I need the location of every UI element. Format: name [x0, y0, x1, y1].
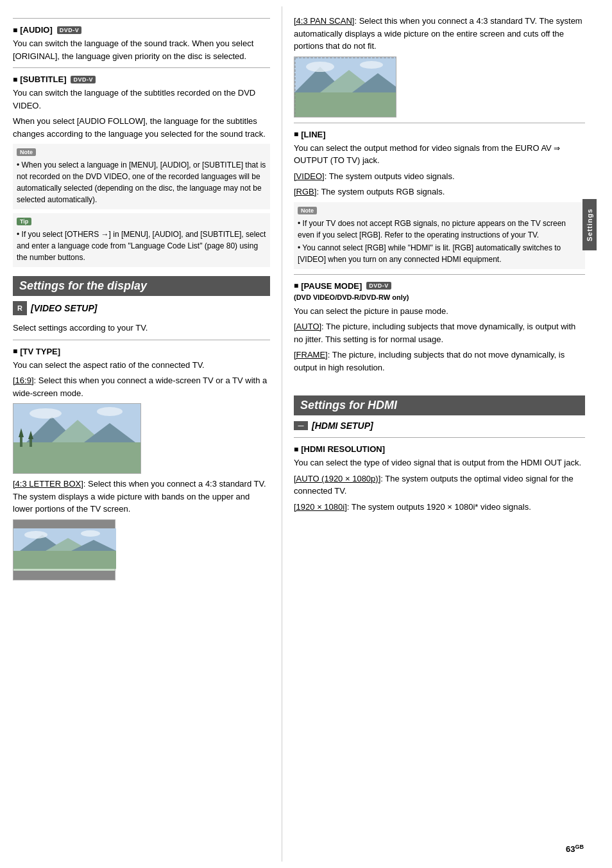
- subtitle-heading-text: [SUBTITLE]: [20, 74, 66, 84]
- line-option-video: [VIDEO]: The system outputs video signal…: [294, 170, 585, 183]
- video-setup-label: [VIDEO SETUP]: [31, 303, 97, 313]
- pause-mode-badge: DVD-V: [366, 282, 391, 290]
- svg-point-24: [306, 62, 334, 72]
- tv-type-para: You can select the aspect ratio of the c…: [13, 359, 270, 372]
- tv-type-text: [TV TYPE]: [20, 347, 60, 356]
- hdmi-setup-row: — [HDMI SETUP]: [294, 421, 585, 431]
- pause-mode-subhead: (DVD VIDEO/DVD-R/DVD-RW only): [294, 293, 585, 301]
- image-panscan: [294, 56, 396, 117]
- select-settings-para: Select settings according to your TV.: [13, 322, 270, 334]
- option-letterbox-link: [4:3 LETTER BOX]: [13, 479, 83, 489]
- hdmi-resolution-para: You can select the type of video signal …: [294, 456, 585, 469]
- hdmi-resolution-heading: [HDMI RESOLUTION]: [294, 444, 585, 454]
- pause-mode-para: You can select the picture in pause mode…: [294, 305, 585, 318]
- audio-heading: [AUDIO] DVD-V: [13, 25, 270, 35]
- line-option-rgb: [RGB]: The system outputs RGB signals.: [294, 186, 585, 198]
- settings-hdmi-title: Settings for HDMI: [294, 395, 585, 415]
- hdmi-setup-icon: —: [294, 421, 308, 430]
- subtitle-heading: [SUBTITLE] DVD-V: [13, 74, 270, 84]
- pan-scan-link: [4:3 PAN SCAN]: [294, 16, 354, 26]
- option-169-link: [16:9]: [13, 376, 34, 385]
- subtitle-para2: When you select [AUDIO FOLLOW], the lang…: [13, 115, 270, 140]
- line-para: You can select the output method for vid…: [294, 142, 585, 167]
- letterbox-band-top: [13, 520, 115, 529]
- hdmi-setup-label: [HDMI SETUP]: [312, 421, 373, 431]
- note-box: Note • When you select a language in [ME…: [13, 144, 270, 209]
- subtitle-badge: DVD-V: [71, 76, 96, 83]
- note-item-0: • When you select a language in [MENU], …: [17, 159, 266, 205]
- side-tab: Settings: [582, 199, 597, 250]
- image-letterbox: [13, 519, 115, 580]
- subtitle-para1: You can switch the language of the subti…: [13, 87, 270, 112]
- audio-heading-text: [AUDIO]: [20, 25, 53, 35]
- line-note-item-0: • If your TV does not accept RGB signals…: [298, 218, 581, 241]
- svg-point-25: [360, 61, 383, 69]
- svg-point-7: [97, 407, 123, 416]
- pause-mode-heading: [PAUSE MODE] DVD-V: [294, 281, 585, 291]
- image-169: [13, 403, 141, 474]
- line-heading: [LINE]: [294, 130, 585, 139]
- audio-para: You can switch the language of the sound…: [13, 37, 270, 62]
- svg-rect-13: [13, 551, 116, 569]
- line-note-label: Note: [298, 207, 317, 214]
- hdmi-resolution-text: [HDMI RESOLUTION]: [301, 444, 385, 454]
- pause-mode-text: [PAUSE MODE]: [301, 281, 362, 291]
- tip-label: Tip: [17, 218, 31, 225]
- audio-badge: DVD-V: [57, 26, 82, 34]
- pause-mode-auto: [AUTO]: The picture, including subjects …: [294, 320, 585, 345]
- video-setup-icon: R: [13, 301, 27, 315]
- letterbox-scene: [13, 528, 115, 571]
- svg-rect-1: [13, 442, 141, 474]
- hdmi-resolution-1080i: [1920 × 1080i]: The system outputs 1920 …: [294, 501, 585, 514]
- video-setup-row: R [VIDEO SETUP]: [13, 301, 270, 315]
- option-169-text: : Select this when you connect a wide-sc…: [13, 376, 267, 398]
- letterbox-svg: [13, 528, 116, 569]
- line-heading-text: [LINE]: [301, 130, 325, 139]
- line-note-item-1: • You cannot select [RGB] while "HDMI" i…: [298, 242, 581, 265]
- landscape-svg-wide: [13, 404, 141, 474]
- note-label: Note: [17, 148, 36, 156]
- tv-type-169: [16:9]: Select this when you connect a w…: [13, 374, 270, 399]
- svg-point-17: [24, 531, 47, 539]
- tip-box: Tip • If you select [OTHERS →] in [MENU]…: [13, 213, 270, 267]
- pause-mode-frame: [FRAME]: The picture, including subjects…: [294, 349, 585, 374]
- page-number: 63GB: [566, 844, 584, 854]
- tv-type-heading: [TV TYPE]: [13, 347, 270, 356]
- settings-display-title: Settings for the display: [13, 276, 270, 296]
- hdmi-resolution-auto: [AUTO (1920 × 1080p)]: The system output…: [294, 473, 585, 498]
- tip-item-0: • If you select [OTHERS →] in [MENU], [A…: [17, 229, 266, 263]
- panscan-svg: [294, 57, 396, 117]
- letterbox-band-bottom: [13, 571, 115, 580]
- svg-point-18: [81, 530, 100, 537]
- svg-rect-20: [294, 92, 396, 117]
- svg-rect-10: [30, 439, 32, 447]
- svg-rect-8: [20, 437, 22, 447]
- pan-scan-text: [4:3 PAN SCAN]: Select this when you con…: [294, 15, 585, 53]
- tv-type-letterbox: [4:3 LETTER BOX]: Select this when you c…: [13, 478, 270, 516]
- line-note-box: Note • If your TV does not accept RGB si…: [294, 202, 585, 269]
- svg-point-6: [30, 408, 62, 419]
